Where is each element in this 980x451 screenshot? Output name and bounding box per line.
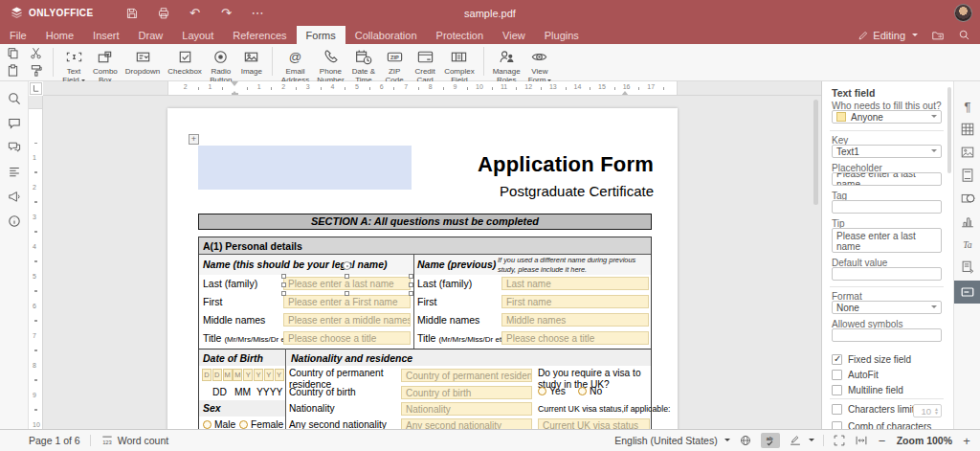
radio-female[interactable]: Female xyxy=(239,419,283,429)
credit-button[interactable]: CreditCard xyxy=(410,47,440,86)
editing-mode-dropdown[interactable]: Editing xyxy=(858,30,918,41)
tab-protection[interactable]: Protection xyxy=(427,26,494,44)
date-digit-box[interactable]: Y xyxy=(243,369,253,381)
chart-settings-icon[interactable] xyxy=(960,214,975,229)
selection-handle[interactable] xyxy=(281,274,286,279)
roles-button[interactable]: ManageRoles xyxy=(489,47,524,86)
who-select[interactable]: Anyone xyxy=(832,110,942,124)
onlyoffice-logo[interactable]: ONLYOFFICE xyxy=(0,0,103,26)
horizontal-ruler[interactable]: 211234567891011121314151617 xyxy=(43,81,821,96)
date-digit-box[interactable]: M xyxy=(223,369,233,381)
mail-merge-icon[interactable] xyxy=(960,259,975,275)
save-button[interactable] xyxy=(124,6,140,21)
paste-icon[interactable] xyxy=(6,63,20,78)
selection-handle[interactable] xyxy=(409,282,413,287)
undo-button[interactable]: ↶ xyxy=(188,6,203,21)
document-page[interactable]: + Application Form Postgraduate Certific… xyxy=(167,108,678,429)
text-field-left-0[interactable]: Please enter a last name xyxy=(283,277,411,290)
radiobutton-button[interactable]: RadioButton xyxy=(206,47,236,86)
autofit-checkbox[interactable]: AutoFit xyxy=(832,370,879,380)
radio-no[interactable]: No xyxy=(578,386,602,396)
text-field-right-0[interactable]: Last name xyxy=(501,277,649,290)
checkbox-button[interactable]: Checkbox xyxy=(164,47,206,77)
spell-check-button[interactable]: ab xyxy=(761,433,780,448)
track-changes-button[interactable] xyxy=(789,434,814,447)
text-field-right-3[interactable]: Please choose a title xyxy=(501,331,649,345)
tab-home[interactable]: Home xyxy=(36,26,83,44)
image-settings-icon[interactable] xyxy=(960,145,975,160)
tab-forms[interactable]: Forms xyxy=(297,26,345,44)
document-canvas[interactable]: + Application Form Postgraduate Certific… xyxy=(43,96,821,429)
zip-button[interactable]: ZIPZIPCode xyxy=(379,47,410,86)
textfield-button[interactable]: TextField xyxy=(58,47,89,86)
key-select[interactable]: Text1 xyxy=(832,145,942,158)
feedback-sidebar-button[interactable] xyxy=(7,189,22,204)
search-sidebar-button[interactable] xyxy=(7,91,22,106)
combobox-button[interactable]: ComboBox xyxy=(89,47,122,86)
radio-yes[interactable]: Yes xyxy=(538,386,566,396)
format-painter-icon[interactable] xyxy=(29,63,43,78)
date-digit-box[interactable]: Y xyxy=(275,369,284,381)
panel-scrollbar[interactable] xyxy=(947,87,951,173)
characters-limit-stepper[interactable]: 10▲▼ xyxy=(913,404,942,417)
selection-handle[interactable] xyxy=(409,291,413,296)
user-avatar[interactable] xyxy=(954,4,972,22)
comments-sidebar-button[interactable] xyxy=(7,116,22,131)
date-digit-box[interactable]: D xyxy=(202,369,212,381)
table-move-handle[interactable]: + xyxy=(189,134,199,145)
rotation-handle[interactable] xyxy=(343,261,351,270)
zoom-in-button[interactable]: + xyxy=(961,434,972,448)
complex-button[interactable]: ComplexField xyxy=(440,47,479,86)
fit-page-button[interactable] xyxy=(833,434,846,447)
right-indent-marker[interactable] xyxy=(621,87,629,96)
format-select[interactable]: None xyxy=(832,301,942,314)
textart-settings-icon[interactable]: Ta xyxy=(960,237,975,252)
tab-view[interactable]: View xyxy=(493,26,535,44)
text-field-left-3[interactable]: Please choose a title xyxy=(283,331,411,345)
datetime-button[interactable]: Date &Time xyxy=(348,47,379,86)
zoom-out-button[interactable]: − xyxy=(877,434,888,448)
tab-draw[interactable]: Draw xyxy=(129,26,173,44)
tab-layout[interactable]: Layout xyxy=(172,26,223,44)
placeholder-input[interactable]: Please enter a last name xyxy=(832,172,942,186)
date-digit-box[interactable]: M xyxy=(233,369,242,381)
text-field-country-of-permanent-residence[interactable]: Country of permanent residence xyxy=(401,369,532,382)
date-digit-box[interactable]: Y xyxy=(254,369,263,381)
tab-stop-selector[interactable] xyxy=(30,82,42,95)
tab-references[interactable]: References xyxy=(223,26,296,44)
text-field-right-1[interactable]: First name xyxy=(501,295,649,308)
text-field-country-of-birth[interactable]: Country of birth xyxy=(401,386,532,399)
date-digit-box[interactable]: D xyxy=(212,369,222,381)
table-settings-icon[interactable] xyxy=(960,122,975,137)
tag-input[interactable] xyxy=(832,200,942,214)
language-selector[interactable]: English (United States) xyxy=(614,435,729,446)
fit-width-button[interactable] xyxy=(855,434,868,447)
headings-sidebar-button[interactable] xyxy=(7,164,22,179)
text-field-left-1[interactable]: Please enter a First name xyxy=(283,295,411,308)
selection-handle[interactable] xyxy=(409,274,413,279)
paragraph-settings-icon[interactable]: ¶ xyxy=(960,99,975,114)
text-field-visa-status[interactable]: Current UK visa status xyxy=(538,418,650,429)
print-button[interactable] xyxy=(156,6,171,21)
selection-handle[interactable] xyxy=(345,274,349,279)
viewform-button[interactable]: ViewForm xyxy=(524,47,556,86)
shape-settings-icon[interactable] xyxy=(960,191,975,206)
tab-file[interactable]: File xyxy=(0,26,36,44)
comb-checkbox[interactable]: Comb of characters xyxy=(832,421,931,429)
search-button[interactable] xyxy=(958,29,970,41)
about-sidebar-button[interactable] xyxy=(7,214,22,229)
radio-male[interactable]: Male xyxy=(203,419,235,429)
set-language-globe-icon[interactable] xyxy=(739,434,752,447)
image-button[interactable]: Image xyxy=(236,47,267,77)
selection-handle[interactable] xyxy=(281,282,286,287)
dropdown-button[interactable]: Dropdown xyxy=(122,47,164,77)
word-count-button[interactable]: 123 Word count xyxy=(100,434,169,447)
tab-plugins[interactable]: Plugins xyxy=(535,26,589,44)
fixed-size-checkbox[interactable]: Fixed size field xyxy=(832,354,911,365)
redo-button[interactable]: ↷ xyxy=(219,6,234,21)
phone-button[interactable]: PhoneNumber xyxy=(313,47,347,86)
more-actions-button[interactable]: ⋯ xyxy=(251,6,266,21)
open-file-location-button[interactable] xyxy=(931,29,945,42)
logo-placeholder-image[interactable] xyxy=(198,146,412,190)
copy-icon[interactable] xyxy=(6,46,20,60)
